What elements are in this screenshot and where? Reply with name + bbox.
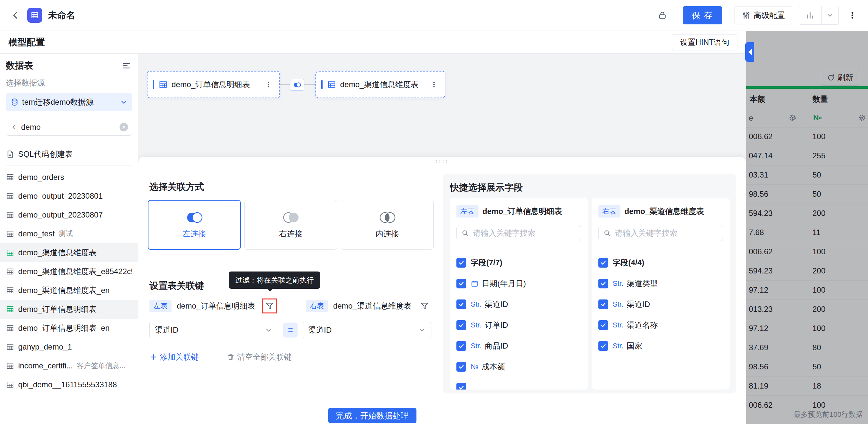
table-icon: [6, 380, 14, 389]
table-name: ganyp_demo_1: [18, 342, 72, 351]
checkbox-checked[interactable]: [457, 383, 466, 390]
done-process-button[interactable]: 完成，开始数据处理: [328, 408, 416, 423]
checkbox-checked[interactable]: [598, 320, 608, 330]
bar-chart-icon[interactable]: [799, 6, 821, 24]
sidebar-table-item[interactable]: income_certifi... 客户签单信息...: [0, 356, 138, 375]
table-name: demo_渠道信息维度表: [18, 248, 96, 258]
checkbox-checked[interactable]: [598, 279, 608, 288]
join-type-chip[interactable]: [290, 79, 304, 91]
sidebar-table-item[interactable]: demo_output_20230801: [0, 187, 138, 205]
right-table-badge: 右表: [306, 300, 328, 312]
checkbox-checked[interactable]: [598, 258, 608, 267]
advanced-config-button[interactable]: 高级配置: [735, 6, 792, 24]
left-key-value: 渠道ID: [155, 325, 265, 335]
table-node-left[interactable]: demo_订单信息明细表: [147, 71, 280, 98]
table-name: demo_订单信息明细表: [18, 304, 96, 314]
sidebar-table-item[interactable]: demo_test 测试: [0, 224, 138, 243]
collapse-list-icon[interactable]: [121, 60, 132, 72]
lock-icon[interactable]: [655, 8, 670, 23]
checkbox-checked[interactable]: [457, 300, 466, 309]
sidebar: 数据表 选择数据源 tem迁移demo数据源: [0, 54, 138, 424]
right-key-select[interactable]: 渠道ID: [303, 322, 431, 338]
sidebar-table-item[interactable]: demo_orders: [0, 168, 138, 187]
checkbox-checked[interactable]: [457, 279, 466, 288]
field-row[interactable]: Str. 渠道名称: [598, 315, 723, 336]
checkbox-checked[interactable]: [598, 300, 608, 309]
checkbox-checked[interactable]: [457, 341, 466, 351]
field-card-right: 右表 demo_渠道信息维度表 字段(4/4): [592, 198, 730, 390]
checkbox-checked[interactable]: [598, 341, 608, 351]
table-node-right[interactable]: demo_渠道信息维度表: [315, 71, 445, 98]
node-menu-icon[interactable]: [263, 79, 274, 90]
more-menu-icon[interactable]: [845, 8, 860, 23]
sidebar-table-item[interactable]: demo_渠道信息维度表: [0, 243, 138, 262]
field-row[interactable]: 日期(年月日): [457, 273, 581, 294]
filter-icon[interactable]: [418, 300, 431, 312]
database-icon: [10, 98, 19, 106]
field-search-right[interactable]: [598, 225, 723, 241]
field-row[interactable]: Str. 商品ID: [457, 336, 581, 356]
chevron-down-icon[interactable]: [821, 6, 838, 24]
filter-icon[interactable]: [263, 300, 276, 312]
clear-search-icon[interactable]: [120, 123, 128, 131]
sidebar-table-item[interactable]: demo_output_20230807: [0, 205, 138, 224]
join-type-right-join[interactable]: 右连接: [244, 200, 337, 250]
datasource-select[interactable]: tem迁移demo数据源: [6, 93, 132, 111]
node-accent-bar: [321, 80, 322, 89]
hint-statement-button[interactable]: 设置HINT语句: [672, 34, 737, 50]
sql-doc-icon: [6, 150, 14, 158]
field-search-input[interactable]: [472, 228, 576, 238]
checkbox-checked[interactable]: [457, 258, 466, 267]
chevron-down-icon: [418, 326, 426, 334]
field-row-clipped[interactable]: [457, 377, 581, 390]
table-name: demo_订单信息明细表_en: [18, 323, 110, 333]
chevron-down-icon: [265, 326, 273, 334]
sidebar-table-item[interactable]: demo_订单信息明细表_en: [0, 319, 138, 338]
join-type-inner-join[interactable]: 内连接: [341, 200, 434, 250]
checkbox-checked[interactable]: [457, 362, 466, 372]
sidebar-table-item[interactable]: demo_渠道信息维度表_en: [0, 281, 138, 300]
select-all-fields-row[interactable]: 字段(4/4): [598, 252, 723, 273]
field-name: 渠道ID: [627, 299, 650, 310]
table-icon: [6, 267, 14, 276]
left-key-select[interactable]: 渠道ID: [149, 322, 278, 338]
node-menu-icon[interactable]: [429, 79, 439, 90]
table-search-input[interactable]: [21, 122, 117, 132]
sidebar-table-item[interactable]: ganyp_demo_1: [0, 338, 138, 356]
table-search-box[interactable]: [6, 119, 132, 136]
clear-join-keys-button[interactable]: 清空全部关联键: [227, 352, 292, 362]
field-row[interactable]: Str. 渠道ID: [457, 294, 581, 315]
chevron-left-icon[interactable]: [10, 123, 18, 131]
right-table-badge: 右表: [598, 205, 620, 218]
select-all-fields-row[interactable]: 字段(7/7): [457, 252, 581, 273]
sidebar-table-item[interactable]: demo_渠道信息维度表_e85422c5: [0, 262, 138, 281]
join-key-row: 渠道ID = 渠道ID: [149, 322, 431, 338]
table-icon: [6, 343, 14, 351]
join-tables-row: 左表 demo_订单信息明细表 右表 demo_渠道信息维度表: [149, 299, 431, 313]
join-type-left-join[interactable]: 左连接: [148, 200, 241, 250]
node-table-name: demo_订单信息明细表: [172, 79, 263, 90]
collapse-preview-button[interactable]: [745, 42, 754, 62]
drag-handle[interactable]: [436, 160, 448, 163]
trash-icon: [227, 353, 235, 361]
back-button[interactable]: [8, 8, 23, 23]
divider: [6, 166, 132, 166]
field-row[interactable]: Str. 订单ID: [457, 315, 581, 336]
left-table-badge: 左表: [149, 300, 172, 312]
add-join-key-button[interactable]: 添加关联键: [149, 352, 199, 362]
field-row[interactable]: № 成本额: [457, 356, 581, 377]
table-icon: [6, 286, 14, 294]
field-row[interactable]: Str. 渠道类型: [598, 273, 723, 294]
field-row[interactable]: Str. 渠道ID: [598, 294, 723, 315]
save-button[interactable]: 保 存: [683, 6, 722, 24]
annotation-highlight-box: [262, 299, 277, 313]
checkbox-checked[interactable]: [457, 320, 466, 330]
sidebar-table-item[interactable]: qbi_demo__1611555533188: [0, 375, 138, 394]
field-search-left[interactable]: [457, 225, 581, 241]
field-name: 成本额: [482, 362, 505, 372]
sidebar-table-item[interactable]: demo_订单信息明细表: [0, 300, 138, 319]
sidebar-item-sql-create[interactable]: SQL代码创建表: [0, 145, 138, 164]
chart-view-split-button[interactable]: [799, 6, 839, 25]
field-row[interactable]: Str. 国家: [598, 336, 723, 356]
field-search-input[interactable]: [614, 228, 718, 238]
